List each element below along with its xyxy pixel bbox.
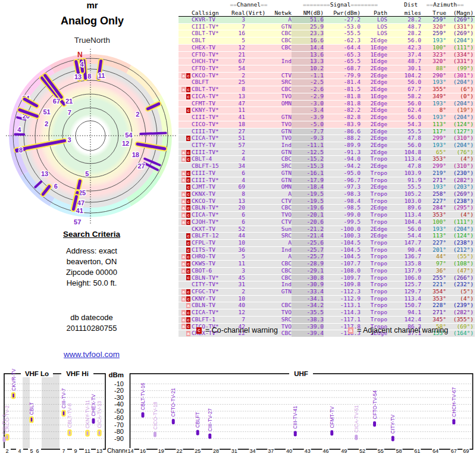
station-marker [98,430,101,436]
cell-nm: -16.1 [292,170,324,177]
cell-power: -82.8 [324,114,361,121]
cell-true-azimuth: 8° [421,107,446,114]
table-row: CKVR-TV3A51.6-27.2LOS28.2259°(269°) [178,17,475,24]
cell-real-channel: 16 [230,30,245,37]
cell-nm: -25.6 [292,240,324,246]
col-callsign: Callsign [190,10,230,16]
cell-distance: 125.7 [392,281,421,288]
cell-path: 1Edge [361,93,392,100]
table-row: acCBLFT-17SRC-38.3-117.1Tropo142.4345°(3… [178,317,475,324]
cell-distance: 129.7 [392,289,421,295]
station-marker [373,421,376,427]
cell-true-azimuth: 193° [421,184,446,190]
cell-true-azimuth: 354° [421,289,446,295]
cell-path: Tropo [361,156,392,162]
cell-callsign: CBLFT-12 [190,233,230,239]
cell-magnetic-azimuth: (124°) [446,233,474,239]
cell-real-channel: 11 [230,261,245,267]
cell-power: -89.9 [324,142,361,149]
cell-nm: -34.1 [292,296,324,302]
co-channel-badge: c [186,248,190,253]
band-title: VHF Hi [66,370,89,377]
station-label: CBLFT [195,412,201,428]
dbm-tick-label: -10 [114,380,124,387]
cell-callsign: CIII-TV* [190,177,230,184]
table-row: acCHRO-TV5A-25.7-104.5Tropo136.744°(55°) [178,253,475,261]
cell-path: 1Edge [361,58,392,65]
co-channel-badge: c [186,108,190,113]
dbm-axis-label: dBm [108,371,124,378]
cell-nm: -25.7 [292,247,324,253]
cell-distance: 104.2 [392,73,421,79]
cell-true-azimuth: 100° [421,45,446,51]
cell-nm: -2.9 [292,93,324,100]
cell-magnetic-azimuth: (230°) [446,170,474,177]
warning-badges: ac [178,309,190,316]
cell-power: -83.9 [324,121,361,128]
cell-power: -81.8 [324,93,361,100]
cell-real-channel: 3 [230,268,245,274]
table-row: cCICA-TV*51TVO-9.3-88.22Edge47.8299°(310… [178,135,475,142]
channel-tick-label: 25 [195,448,201,454]
adjacent-channel-badge: a [181,254,186,259]
cell-distance: 42.3 [392,45,421,51]
cell-real-channel: 36 [230,247,245,253]
col-path: Path [361,10,392,16]
col-true: True [421,10,446,16]
tvfool-link[interactable]: www.tvfool.com [64,350,120,359]
warning-badges: c [178,247,190,253]
cell-distance: 113.4 [392,212,421,218]
co-channel-badge: c [186,317,190,323]
cell-true-azimuth: 201° [421,247,446,253]
cell-network: Ind [263,58,292,65]
station-marker [68,430,71,436]
cell-callsign: CKWS-TV [190,261,230,267]
cell-magnetic-azimuth: (269°) [446,191,474,198]
cell-true-azimuth: 219° [421,170,446,177]
cell-magnetic-azimuth: (4°) [446,296,474,302]
search-criteria-heading: Search Criteria [35,230,149,239]
cell-distance: 55.5 [392,129,421,135]
north-compass-label: N [77,51,83,59]
cell-virt-channel [245,79,263,86]
dist-group-header: Dist [390,1,418,8]
cell-real-channel: 27 [230,129,245,135]
station-label: CICO-TV-18 [152,402,158,430]
cell-power: -109.8 [324,281,361,288]
warning-badges: c [178,107,190,114]
cell-real-channel: 47 [230,101,245,107]
cell-path: Tropo [361,198,392,205]
cell-path: 2Edge [361,79,392,86]
station-marker [355,434,358,440]
cell-path: 2Edge [361,149,392,156]
cell-true-azimuth: 221° [421,281,446,288]
cell-magnetic-azimuth: (204°) [446,114,474,121]
cell-real-channel: 2 [230,289,245,295]
channel-tick-label: 22 [176,448,182,454]
warning-badges: ac [178,156,190,162]
table-row: acCICA-TV*12TVO-35.5-114.3Tropo94.1271°(… [178,309,475,317]
cell-network [263,65,292,72]
channel-tick-label: 2 [5,448,8,454]
cell-distance: 94.1 [392,309,421,316]
radar-subtitle: Analog Only [0,15,184,27]
cell-nm: -38.3 [292,317,324,323]
cell-virt-channel [245,86,263,93]
cell-real-channel: 8 [230,191,245,198]
cell-real-channel: 10 [230,240,245,246]
cell-real-channel: 20 [230,205,245,211]
azimuth-radar-chart: 1384112541218275254741576131638420234517… [0,48,184,226]
cell-nm: 10.2 [292,65,324,72]
adjacent-channel-badge: a [186,331,190,336]
cell-distance: 58.2 [392,93,421,100]
cell-real-channel: 52 [230,226,245,233]
cell-network: CBC [263,86,292,93]
adjacent-channel-badge: a [181,220,186,225]
warning-badges: c [178,275,190,281]
cell-virt-channel [245,177,263,184]
warning-badges [178,101,190,107]
cell-path: Tropo [361,261,392,267]
warning-badges: ac [178,205,190,211]
cell-nm: -29.1 [292,268,324,274]
table-row: cCKNY-TV*11-3.4-82.22Edge62.48°(19°) [178,107,475,114]
